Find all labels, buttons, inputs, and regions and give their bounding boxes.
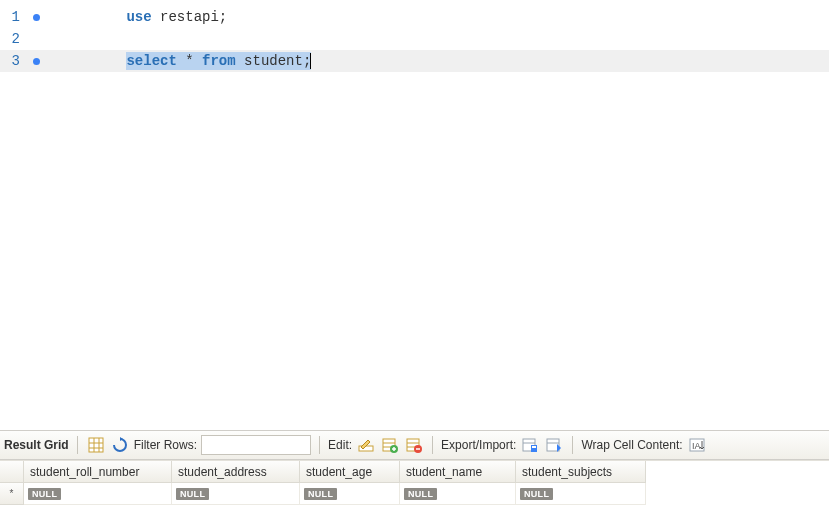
- line-number: 1: [0, 9, 26, 25]
- code-line[interactable]: 1 use restapi;: [0, 6, 829, 28]
- column-header[interactable]: student_roll_number: [24, 461, 172, 483]
- null-badge: NULL: [176, 488, 209, 500]
- grid-view-icon[interactable]: [86, 435, 106, 455]
- grid-cell[interactable]: NULL: [400, 483, 516, 505]
- edit-row-icon[interactable]: [356, 435, 376, 455]
- grid-cell[interactable]: NULL: [300, 483, 400, 505]
- null-badge: NULL: [304, 488, 337, 500]
- sql-editor[interactable]: 1 use restapi; 2 3 select * from student…: [0, 0, 829, 430]
- statement-marker: [26, 14, 46, 21]
- code-text: select * from student;: [46, 37, 311, 85]
- grid-header-row: student_roll_number student_address stud…: [0, 461, 829, 483]
- code-line[interactable]: 3 select * from student;: [0, 50, 829, 72]
- result-grid[interactable]: student_roll_number student_address stud…: [0, 460, 829, 505]
- line-number: 2: [0, 31, 26, 47]
- export-icon[interactable]: [520, 435, 540, 455]
- separator: [572, 436, 573, 454]
- edit-label: Edit:: [328, 438, 352, 452]
- code-text: use restapi;: [46, 0, 227, 41]
- new-row-marker: *: [0, 483, 24, 505]
- wrap-cell-label: Wrap Cell Content:: [581, 438, 682, 452]
- separator: [432, 436, 433, 454]
- table-row[interactable]: * NULL NULL NULL NULL NULL: [0, 483, 829, 505]
- svg-rect-0: [89, 438, 103, 452]
- wrap-cell-icon[interactable]: IA: [687, 435, 707, 455]
- refresh-icon[interactable]: [110, 435, 130, 455]
- grid-cell[interactable]: NULL: [24, 483, 172, 505]
- svg-text:IA: IA: [692, 441, 701, 451]
- svg-rect-21: [532, 446, 536, 448]
- null-badge: NULL: [520, 488, 553, 500]
- filter-rows-input[interactable]: [201, 435, 311, 455]
- column-header[interactable]: student_address: [172, 461, 300, 483]
- null-badge: NULL: [28, 488, 61, 500]
- separator: [319, 436, 320, 454]
- delete-row-icon[interactable]: [404, 435, 424, 455]
- column-header[interactable]: student_subjects: [516, 461, 646, 483]
- grid-cell[interactable]: NULL: [516, 483, 646, 505]
- null-badge: NULL: [404, 488, 437, 500]
- result-grid-label: Result Grid: [4, 438, 69, 452]
- result-toolbar: Result Grid Filter Rows: Edit: Export/Im…: [0, 430, 829, 460]
- separator: [77, 436, 78, 454]
- text-caret: [310, 53, 311, 69]
- grid-cell[interactable]: NULL: [172, 483, 300, 505]
- export-import-label: Export/Import:: [441, 438, 516, 452]
- add-row-icon[interactable]: [380, 435, 400, 455]
- line-number: 3: [0, 53, 26, 69]
- row-header-corner: [0, 461, 24, 483]
- statement-marker: [26, 58, 46, 65]
- column-header[interactable]: student_name: [400, 461, 516, 483]
- import-icon[interactable]: [544, 435, 564, 455]
- filter-rows-label: Filter Rows:: [134, 438, 197, 452]
- column-header[interactable]: student_age: [300, 461, 400, 483]
